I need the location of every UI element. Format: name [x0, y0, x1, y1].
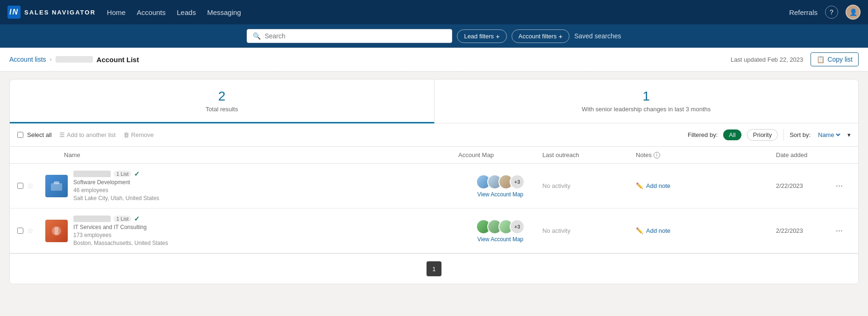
- copy-list-button[interactable]: 📋 Copy list: [811, 52, 859, 66]
- company-name-2[interactable]: 1 List ✓: [73, 215, 168, 223]
- account-map-2: +3 View Account Map: [458, 219, 542, 243]
- avatar-group-1: +3: [476, 174, 525, 189]
- svg-rect-3: [55, 227, 58, 235]
- col-header-last-outreach: Last outreach: [542, 151, 636, 158]
- copy-icon: 📋: [817, 56, 825, 63]
- filter-all-tag[interactable]: All: [723, 129, 741, 140]
- account-filters-button[interactable]: Account filters +: [512, 29, 569, 43]
- last-updated-text: Last updated Feb 22, 2023: [731, 56, 803, 63]
- verified-icon-2: ✓: [134, 215, 140, 223]
- company-name-blur-2: [73, 215, 111, 222]
- nav-referrals[interactable]: Referrals: [789, 8, 818, 16]
- company-name-1[interactable]: 1 List ✓: [73, 170, 159, 178]
- nav-leads[interactable]: Leads: [177, 7, 196, 18]
- company-info-2: 1 List ✓ IT Services and IT Consulting 1…: [73, 215, 168, 246]
- saved-searches-link[interactable]: Saved searches: [574, 32, 621, 40]
- filtered-by-label: Filtered by:: [688, 131, 718, 138]
- help-icon[interactable]: ?: [825, 6, 838, 19]
- view-account-map-link-1[interactable]: View Account Map: [477, 191, 524, 198]
- col-header-notes: Notes i: [636, 151, 776, 158]
- row-check-1: ☆: [17, 181, 45, 190]
- breadcrumb-right: Last updated Feb 22, 2023 📋 Copy list: [731, 52, 859, 66]
- company-logo-2: [45, 220, 68, 242]
- view-account-map-link-2[interactable]: View Account Map: [477, 236, 524, 243]
- nav-right: Referrals ? 👤: [789, 5, 861, 20]
- last-outreach-2: No activity: [542, 227, 636, 234]
- more-options-1[interactable]: ···: [832, 179, 851, 193]
- brand-logo[interactable]: in SALES NAVIGATOR: [7, 6, 96, 19]
- nav-accounts[interactable]: Accounts: [137, 7, 166, 18]
- table-row: ☆ 1 List ✓ IT Services and IT Consulting: [10, 208, 858, 253]
- date-added-2: 2/22/2023: [776, 227, 832, 234]
- leadership-changes-stat[interactable]: 1 With senior leadership changes in last…: [434, 79, 859, 123]
- table-row: ☆ 1 List ✓ Software Development: [10, 164, 858, 208]
- breadcrumb-current-page: Account List: [97, 56, 139, 64]
- avatar-plus-1: +3: [510, 174, 525, 189]
- sort-select[interactable]: Name: [816, 131, 842, 139]
- filter-priority-tag[interactable]: Priority: [747, 129, 778, 141]
- total-label: Total results: [19, 106, 425, 113]
- company-type-1: Software Development: [73, 179, 159, 186]
- top-nav: in SALES NAVIGATOR Home Accounts Leads M…: [0, 0, 868, 24]
- add-note-1[interactable]: ✏️ Add note: [636, 182, 776, 189]
- leadership-label: With senior leadership changes in last 3…: [444, 106, 849, 113]
- star-icon-1[interactable]: ☆: [27, 181, 34, 190]
- pencil-icon-1: ✏️: [636, 182, 643, 189]
- more-button-2[interactable]: ···: [832, 224, 847, 237]
- last-outreach-1: No activity: [542, 182, 636, 189]
- search-input[interactable]: [264, 32, 446, 40]
- toolbar: Select all ☰ Add to another list 🗑 Remov…: [10, 123, 858, 147]
- list-badge-1: 1 List: [114, 171, 131, 177]
- company-cell-2: 1 List ✓ IT Services and IT Consulting 1…: [45, 215, 458, 246]
- row-checkbox-1[interactable]: [17, 183, 23, 189]
- add-note-2[interactable]: ✏️ Add note: [636, 227, 776, 234]
- remove-action: 🗑 Remove: [123, 131, 154, 138]
- select-all-checkbox[interactable]: [17, 132, 23, 138]
- pencil-icon-2: ✏️: [636, 227, 643, 234]
- breadcrumb-left: Account lists › Account List: [9, 56, 139, 64]
- user-avatar[interactable]: 👤: [846, 5, 861, 20]
- page-1-button[interactable]: 1: [427, 261, 441, 276]
- account-filters-plus-icon: +: [558, 32, 562, 40]
- total-results-stat[interactable]: 2 Total results: [10, 79, 434, 123]
- company-employees-1: 46 employees: [73, 187, 159, 194]
- breadcrumb: Account lists › Account List Last update…: [0, 48, 868, 72]
- account-map-1: +3 View Account Map: [458, 174, 542, 198]
- col-header-date-added: Date added: [776, 151, 832, 158]
- svg-rect-1: [54, 181, 59, 184]
- nav-messaging[interactable]: Messaging: [207, 7, 241, 18]
- star-icon-2[interactable]: ☆: [27, 226, 34, 235]
- row-checkbox-2[interactable]: [17, 228, 23, 234]
- list-badge-2: 1 List: [114, 215, 131, 222]
- col-header-account-map: Account Map: [458, 151, 542, 158]
- company-employees-2: 173 employees: [73, 232, 168, 238]
- company-name-blur-1: [73, 171, 111, 177]
- notes-info-icon: i: [654, 152, 660, 158]
- total-count: 2: [19, 89, 425, 104]
- more-button-1[interactable]: ···: [832, 179, 847, 193]
- date-added-1: 2/22/2023: [776, 182, 832, 189]
- search-row: 🔍 Lead filters + Account filters + Saved…: [0, 24, 868, 48]
- company-cell-1: 1 List ✓ Software Development 46 employe…: [45, 170, 458, 201]
- search-box[interactable]: 🔍: [247, 29, 452, 43]
- search-icon: 🔍: [253, 32, 261, 40]
- sort-by-label: Sort by:: [790, 131, 811, 138]
- nav-home[interactable]: Home: [107, 7, 126, 18]
- company-location-1: Salt Lake City, Utah, United States: [73, 195, 159, 201]
- verified-icon-1: ✓: [134, 170, 140, 178]
- company-info-1: 1 List ✓ Software Development 46 employe…: [73, 170, 159, 201]
- account-lists-link[interactable]: Account lists: [9, 56, 46, 63]
- nav-links: Home Accounts Leads Messaging: [107, 7, 241, 18]
- more-options-2[interactable]: ···: [832, 224, 851, 237]
- avatar-plus-2: +3: [510, 219, 525, 234]
- toolbar-right: Filtered by: All Priority Sort by: Name …: [688, 129, 851, 141]
- select-all-label[interactable]: Select all: [27, 131, 52, 138]
- col-header-name: Name: [45, 151, 458, 158]
- stats-row: 2 Total results 1 With senior leadership…: [10, 79, 858, 123]
- stats-card: 2 Total results 1 With senior leadership…: [9, 79, 859, 284]
- pagination: 1: [10, 253, 858, 284]
- lead-filters-button[interactable]: Lead filters +: [457, 29, 506, 43]
- select-all-wrap: Select all: [17, 131, 52, 138]
- avatar-group-2: +3: [476, 219, 525, 234]
- sort-chevron-icon: ▾: [847, 131, 851, 138]
